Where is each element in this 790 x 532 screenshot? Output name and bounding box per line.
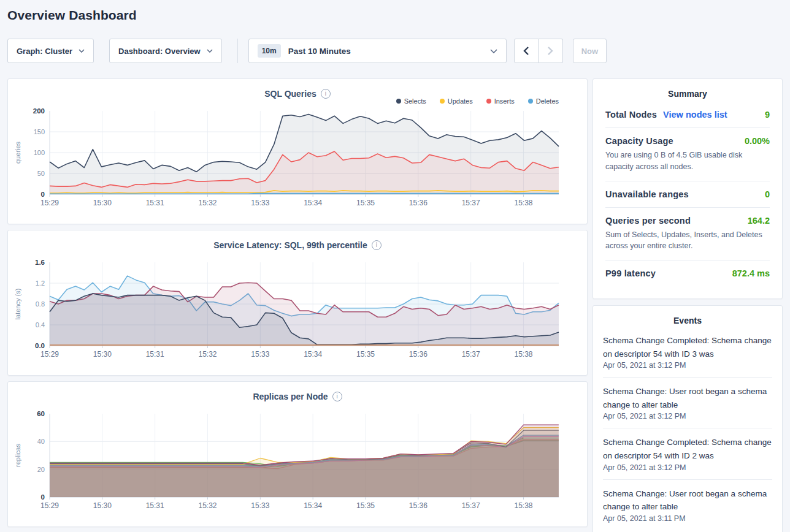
svg-text:1.2: 1.2 (36, 279, 45, 287)
svg-text:15:33: 15:33 (251, 501, 269, 510)
svg-text:15:29: 15:29 (40, 501, 59, 510)
dashboard-dropdown-label: Dashboard: Overview (118, 47, 201, 56)
svg-text:0: 0 (41, 493, 45, 501)
chart-title: Replicas per Node (253, 392, 328, 401)
divider (605, 181, 770, 181)
svg-text:15:35: 15:35 (356, 501, 375, 510)
svg-text:15:34: 15:34 (304, 199, 322, 207)
events-panel: Events Schema Change Completed: Schema c… (592, 305, 783, 532)
chart-title: Service Latency: SQL, 99th percentile (213, 240, 367, 250)
view-nodes-list-link[interactable]: View nodes list (663, 110, 727, 120)
svg-text:replicas: replicas (14, 444, 21, 467)
svg-text:15:36: 15:36 (409, 501, 428, 510)
legend-item-updates[interactable]: Updates (440, 97, 473, 105)
summary-value: 9 (765, 110, 770, 120)
summary-label: Unavailable ranges (605, 189, 689, 199)
svg-text:15:37: 15:37 (462, 350, 480, 359)
dashboard-dropdown[interactable]: Dashboard: Overview (109, 39, 222, 63)
legend-item-selects[interactable]: Selects (396, 97, 426, 105)
divider (603, 377, 772, 378)
svg-text:15:33: 15:33 (251, 199, 269, 207)
svg-text:queries: queries (14, 141, 21, 164)
svg-text:15:38: 15:38 (514, 501, 532, 510)
svg-text:0: 0 (41, 191, 45, 198)
summary-row: Queries per second164.2Sum of Selects, U… (605, 216, 770, 253)
summary-row: Total NodesView nodes list9 (605, 110, 770, 120)
info-icon[interactable]: i (321, 89, 331, 99)
event-text: Schema Change: User root began a schema … (603, 385, 772, 411)
summary-value: 164.2 (748, 216, 770, 226)
legend-item-inserts[interactable]: Inserts (486, 97, 515, 105)
divider (605, 127, 770, 128)
event-timestamp: Apr 05, 2021 at 3:12 PM (603, 463, 772, 472)
legend-dot-icon (528, 99, 533, 104)
svg-text:15:36: 15:36 (409, 350, 428, 359)
summary-row: P99 latency872.4 ms (605, 268, 770, 278)
replicas-per-node-chart[interactable]: 15:2915:3015:3115:3215:3315:3415:3515:36… (10, 403, 575, 518)
events-list: Schema Change Completed: Schema change o… (603, 334, 772, 523)
svg-text:0.0: 0.0 (35, 342, 45, 349)
event-text: Schema Change Completed: Schema change o… (603, 334, 772, 360)
svg-text:100: 100 (34, 149, 45, 156)
svg-text:15:38: 15:38 (514, 350, 532, 359)
svg-text:15:30: 15:30 (93, 350, 112, 359)
event-item: Schema Change Completed: Schema change o… (603, 436, 772, 471)
svg-text:20: 20 (37, 466, 45, 473)
divider (603, 428, 772, 428)
legend-dot-icon (440, 99, 445, 104)
time-range-label: Past 10 Minutes (288, 47, 351, 56)
svg-text:15:36: 15:36 (409, 199, 428, 207)
time-step-buttons (514, 39, 563, 63)
legend-label: Selects (404, 97, 426, 105)
time-forward-button[interactable] (539, 39, 563, 63)
service-latency-sql-99th-percentile-chart[interactable]: 15:2915:3015:3115:3215:3315:3415:3515:36… (10, 251, 575, 367)
svg-text:latency (s): latency (s) (14, 289, 21, 320)
svg-text:15:33: 15:33 (251, 350, 269, 359)
sql-queries-chart-panel: SQL Queries i SelectsUpdatesInsertsDelet… (7, 78, 588, 224)
divider (605, 207, 770, 208)
info-icon[interactable]: i (332, 392, 342, 401)
summary-panel: Summary Total NodesView nodes list9Capac… (592, 78, 783, 299)
summary-label: Capacity Usage (605, 136, 673, 146)
svg-text:0.8: 0.8 (36, 300, 45, 308)
svg-text:1.6: 1.6 (35, 259, 45, 266)
info-icon[interactable]: i (372, 240, 382, 250)
legend-item-deletes[interactable]: Deletes (528, 97, 559, 105)
graph-dropdown[interactable]: Graph: Cluster (7, 39, 94, 63)
main-content: SQL Queries i SelectsUpdatesInsertsDelet… (7, 78, 783, 532)
summary-row: Unavailable ranges0 (605, 189, 770, 199)
legend-label: Deletes (536, 97, 559, 105)
summary-value: 0 (765, 189, 770, 199)
summary-row: Capacity Usage0.00%You are using 0 B of … (605, 136, 770, 173)
event-timestamp: Apr 05, 2021 at 3:12 PM (603, 361, 772, 370)
summary-desc: Sum of Selects, Updates, Inserts, and De… (605, 229, 770, 253)
svg-text:15:35: 15:35 (356, 350, 375, 359)
service-latency-chart-panel: Service Latency: SQL, 99th percentile i … (7, 230, 588, 376)
summary-label: Queries per second (605, 216, 691, 226)
svg-text:15:29: 15:29 (40, 350, 59, 359)
charts-column: SQL Queries i SelectsUpdatesInsertsDelet… (7, 78, 588, 527)
svg-text:50: 50 (37, 170, 45, 177)
events-title: Events (603, 316, 772, 325)
divider (605, 260, 770, 260)
now-button[interactable]: Now (573, 39, 607, 63)
summary-value: 872.4 ms (732, 268, 770, 278)
chart-title: SQL Queries (264, 89, 316, 99)
summary-title: Summary (605, 89, 770, 99)
event-text: Schema Change: User root began a schema … (603, 487, 772, 514)
legend-dot-icon (396, 99, 401, 104)
summary-rows: Total NodesView nodes list9Capacity Usag… (605, 110, 770, 278)
chevron-down-icon (490, 49, 497, 53)
graph-dropdown-label: Graph: Cluster (17, 47, 72, 56)
svg-text:15:32: 15:32 (198, 199, 217, 207)
sql-queries-chart[interactable]: 15:2915:3015:3115:3215:3315:3415:3515:36… (10, 100, 575, 215)
svg-text:15:34: 15:34 (304, 501, 322, 510)
svg-text:15:29: 15:29 (40, 199, 59, 207)
svg-text:15:35: 15:35 (356, 199, 375, 207)
time-back-button[interactable] (514, 39, 539, 63)
svg-text:15:31: 15:31 (146, 501, 164, 510)
chart-legend: SelectsUpdatesInsertsDeletes (396, 97, 559, 105)
time-range-picker[interactable]: 10m Past 10 Minutes (248, 39, 507, 63)
svg-text:15:37: 15:37 (462, 501, 480, 510)
event-text: Schema Change Completed: Schema change o… (603, 436, 772, 462)
